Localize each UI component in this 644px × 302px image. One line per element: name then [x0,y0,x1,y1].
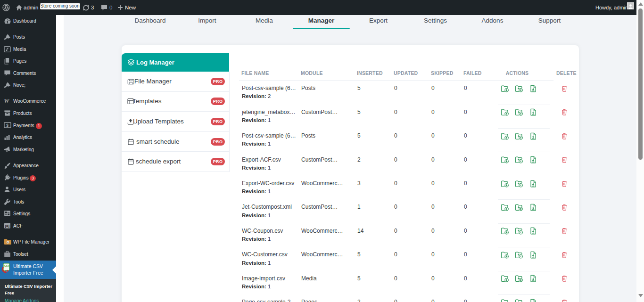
svg-text:CSV: CSV [4,264,10,267]
svg-text:[=]: [=] [5,224,10,228]
svg-text:$: $ [6,123,8,128]
svg-text:W: W [4,98,10,104]
